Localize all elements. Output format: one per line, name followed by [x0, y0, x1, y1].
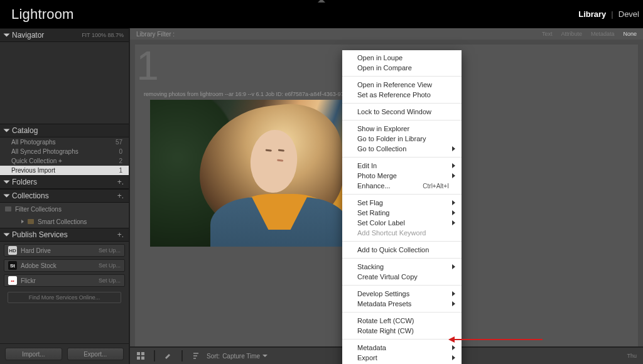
filter-collections-row[interactable]: Filter Collections — [0, 203, 129, 215]
menu-item[interactable]: Set Rating — [342, 208, 462, 218]
menu-item-label: Lock to Second Window — [357, 108, 431, 115]
submenu-arrow-icon — [452, 146, 455, 151]
annotation-arrow — [455, 339, 543, 340]
menu-item-label: Open in Compare — [357, 64, 412, 72]
filter-link[interactable]: Text — [542, 31, 553, 37]
add-collection-icon[interactable]: +. — [117, 191, 124, 200]
publish-service-row[interactable]: StAdobe StockSet Up... — [4, 259, 125, 272]
filter-link[interactable]: None — [623, 31, 637, 37]
disclosure-icon — [4, 34, 10, 37]
publish-list: HDHard DriveSet Up...StAdobe StockSet Up… — [0, 242, 129, 289]
menu-item[interactable]: Enhance...Ctrl+Alt+I — [342, 181, 462, 191]
menu-item[interactable]: Go to Folder in Library — [342, 134, 462, 144]
catalog-row-label: Quick Collection + — [11, 158, 62, 164]
find-more-services-button[interactable]: Find More Services Online... — [8, 292, 121, 303]
smart-collection-icon — [28, 219, 34, 224]
menu-item[interactable]: Set Color Label — [342, 218, 462, 228]
service-label: Flickr — [21, 277, 36, 284]
menu-item[interactable]: Lock to Second Window — [342, 107, 462, 117]
disclosure-icon — [21, 220, 24, 223]
menu-item[interactable]: Photo Merge — [342, 171, 462, 181]
catalog-row[interactable]: Quick Collection +2 — [0, 156, 129, 166]
catalog-row[interactable]: Previous Import1 — [0, 166, 129, 175]
add-folder-icon[interactable]: +. — [117, 178, 124, 186]
sort-select[interactable]: Sort: Capture Time — [207, 353, 267, 360]
menu-item[interactable]: Export — [342, 353, 462, 363]
navigator-zoom-readout[interactable]: FIT 100% 88.7% — [82, 32, 124, 38]
filter-collections-label: Filter Collections — [15, 206, 62, 213]
catalog-row[interactable]: All Photographs57 — [0, 137, 129, 147]
catalog-row-count: 0 — [119, 148, 122, 155]
menu-item-label: Set Flag — [357, 199, 383, 206]
submenu-arrow-icon — [452, 301, 455, 306]
menu-item[interactable]: Create Virtual Copy — [342, 272, 462, 282]
menu-item[interactable]: Metadata Presets — [342, 299, 462, 309]
menu-item-label: Rotate Right (CW) — [357, 327, 414, 335]
menu-separator — [342, 157, 462, 158]
sidebar-bottom-buttons: Import... Export... — [0, 343, 129, 364]
painter-icon[interactable] — [164, 351, 173, 360]
service-setup-link[interactable]: Set Up... — [99, 247, 121, 254]
menu-item[interactable]: Add to Quick Collection — [342, 245, 462, 255]
catalog-row[interactable]: All Synced Photographs0 — [0, 147, 129, 156]
catalog-header[interactable]: Catalog — [0, 124, 129, 137]
menu-item[interactable]: Metadata — [342, 343, 462, 353]
menu-item[interactable]: Rotate Left (CCW) — [342, 316, 462, 326]
menu-item: Add Shortcut Keyword — [342, 228, 462, 238]
menu-item-label: Stacking — [357, 263, 384, 270]
menu-item[interactable]: Set as Reference Photo — [342, 90, 462, 100]
search-icon — [5, 206, 11, 211]
submenu-arrow-icon — [452, 355, 455, 360]
context-menu[interactable]: Open in LoupeOpen in CompareOpen in Refe… — [342, 50, 462, 364]
submenu-arrow-icon — [452, 163, 455, 168]
filter-link[interactable]: Attribute — [561, 31, 582, 37]
sort-direction-icon[interactable] — [192, 351, 200, 360]
smart-collections-label: Smart Collections — [38, 218, 87, 225]
submenu-arrow-icon — [452, 200, 455, 205]
import-button[interactable]: Import... — [5, 348, 62, 360]
add-publish-icon[interactable]: +. — [117, 230, 124, 239]
catalog-list: All Photographs57All Synced Photographs0… — [0, 137, 129, 175]
toolbar-right-text: Thu — [627, 353, 637, 359]
menu-item[interactable]: Rotate Right (CW) — [342, 326, 462, 336]
grid-view-icon[interactable] — [136, 351, 145, 360]
publish-service-row[interactable]: HDHard DriveSet Up... — [4, 244, 125, 257]
toolbar-divider — [181, 350, 183, 361]
navigator-header[interactable]: Navigator FIT 100% 88.7% — [0, 28, 129, 42]
menu-item[interactable]: Show in Explorer — [342, 124, 462, 134]
menu-item-label: Export — [357, 354, 377, 361]
sort-value: Capture Time — [222, 353, 260, 360]
menu-separator — [342, 312, 462, 313]
toolbar-divider — [154, 350, 155, 361]
service-setup-link[interactable]: Set Up... — [99, 262, 121, 269]
panel-collapse-caret[interactable] — [318, 0, 325, 3]
navigator-preview[interactable] — [0, 42, 129, 124]
menu-item[interactable]: Open in Loupe — [342, 53, 462, 63]
menu-item[interactable]: Open in Reference View — [342, 80, 462, 90]
service-setup-link[interactable]: Set Up... — [99, 277, 121, 284]
catalog-row-label: All Synced Photographs — [11, 148, 78, 155]
menu-item[interactable]: Set Flag — [342, 198, 462, 208]
menu-item[interactable]: Develop Settings — [342, 289, 462, 299]
menu-separator — [342, 76, 462, 77]
thumbnail-image[interactable] — [150, 100, 370, 247]
menu-item[interactable]: Stacking — [342, 262, 462, 272]
folders-header[interactable]: Folders +. — [0, 175, 129, 189]
menu-item[interactable]: Open in Compare — [342, 63, 462, 73]
publish-service-row[interactable]: ••FlickrSet Up... — [4, 274, 125, 287]
tab-library[interactable]: Library — [575, 9, 610, 19]
menu-item-label: Enhance... — [357, 182, 391, 190]
menu-item-label: Metadata — [357, 344, 386, 351]
smart-collections-row[interactable]: Smart Collections — [0, 215, 129, 228]
menu-item[interactable]: Go to Collection — [342, 144, 462, 154]
tab-develop[interactable]: Devel — [615, 9, 643, 19]
filter-link[interactable]: Metadata — [591, 31, 615, 37]
export-button[interactable]: Export... — [67, 348, 124, 360]
menu-item-label: Rotate Left (CCW) — [357, 317, 414, 324]
submenu-arrow-icon — [452, 345, 455, 350]
menu-item-label: Open in Loupe — [357, 54, 403, 62]
menu-item[interactable]: Edit In — [342, 161, 462, 171]
menu-separator — [342, 285, 462, 286]
publish-header[interactable]: Publish Services +. — [0, 228, 129, 242]
collections-header[interactable]: Collections +. — [0, 189, 129, 203]
